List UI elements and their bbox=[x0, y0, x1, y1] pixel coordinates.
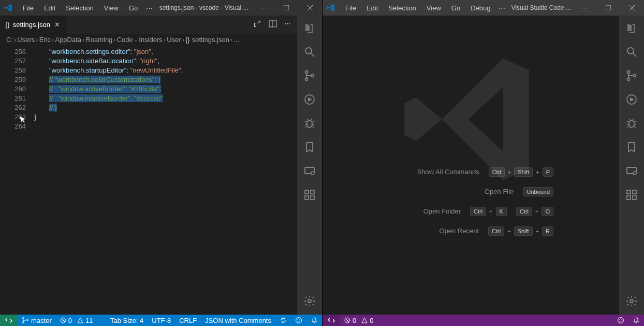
search-icon[interactable] bbox=[624, 45, 639, 59]
crumb[interactable]: Roaming bbox=[85, 36, 112, 44]
menu-edit[interactable]: Edit bbox=[40, 2, 60, 14]
welcome-label: Open Folder bbox=[388, 207, 461, 215]
problems-indicator[interactable]: 00 bbox=[340, 315, 377, 326]
crumb[interactable]: C: bbox=[6, 36, 13, 44]
bookmark-icon[interactable] bbox=[302, 140, 317, 154]
menu-overflow-icon[interactable]: ⋯ bbox=[494, 2, 509, 14]
bug-icon[interactable] bbox=[302, 116, 317, 131]
menu-selection[interactable]: Selection bbox=[62, 2, 97, 14]
welcome-command: Open FolderCtrl+KCtrl+O bbox=[388, 207, 553, 216]
activity-bar bbox=[619, 16, 644, 315]
menu-edit[interactable]: Edit bbox=[362, 2, 382, 14]
svg-rect-16 bbox=[311, 190, 314, 194]
tab-close-icon[interactable]: ✕ bbox=[53, 21, 62, 29]
code-editor[interactable]: · · "workbench.settings.editor": "json",… bbox=[34, 45, 291, 315]
svg-point-44 bbox=[621, 319, 622, 320]
remote-icon[interactable] bbox=[302, 164, 317, 178]
close-button[interactable] bbox=[298, 0, 322, 16]
debug-icon[interactable] bbox=[302, 92, 317, 107]
bell-icon[interactable] bbox=[306, 315, 322, 326]
bell-icon[interactable] bbox=[628, 315, 644, 326]
keycap: Ctrl bbox=[516, 207, 532, 216]
svg-rect-15 bbox=[311, 196, 314, 200]
svg-rect-0 bbox=[260, 8, 265, 8]
svg-point-35 bbox=[633, 172, 636, 175]
sync-icon[interactable] bbox=[275, 315, 291, 326]
git-branch[interactable]: master bbox=[18, 315, 56, 326]
extensions-icon[interactable] bbox=[624, 188, 639, 202]
svg-point-10 bbox=[307, 120, 312, 127]
vscode-logo-icon bbox=[327, 4, 335, 12]
remote-indicator[interactable] bbox=[323, 315, 340, 326]
menu-overflow-icon[interactable]: ⋯ bbox=[142, 2, 157, 14]
eol[interactable]: CRLF bbox=[175, 315, 201, 326]
vscode-watermark-icon bbox=[399, 47, 544, 193]
menu-view[interactable]: View bbox=[100, 2, 123, 14]
gear-icon[interactable] bbox=[624, 294, 639, 308]
gear-icon[interactable] bbox=[302, 294, 317, 308]
minimize-button[interactable] bbox=[251, 0, 274, 16]
menu-view[interactable]: View bbox=[422, 2, 445, 14]
search-icon[interactable] bbox=[302, 45, 317, 59]
svg-point-42 bbox=[618, 318, 624, 323]
keycap: R bbox=[542, 226, 553, 236]
maximize-button[interactable] bbox=[274, 0, 298, 16]
language-mode[interactable]: JSON with Comments bbox=[201, 315, 275, 326]
bug-icon[interactable] bbox=[624, 116, 639, 131]
remote-indicator[interactable] bbox=[0, 315, 18, 326]
menu-file[interactable]: File bbox=[341, 2, 360, 14]
svg-point-8 bbox=[312, 75, 314, 77]
menu-go[interactable]: Go bbox=[125, 2, 142, 14]
keycap: K bbox=[496, 207, 507, 216]
status-bar: 00 bbox=[323, 315, 644, 326]
feedback-icon[interactable] bbox=[613, 315, 628, 326]
tab-size[interactable]: Tab Size: 4 bbox=[106, 315, 148, 326]
svg-point-18 bbox=[23, 318, 24, 319]
svg-point-31 bbox=[634, 75, 636, 77]
menu-go[interactable]: Go bbox=[447, 2, 464, 14]
files-icon[interactable] bbox=[302, 21, 317, 35]
crumb[interactable]: Code - Insiders bbox=[117, 36, 163, 44]
line-gutter: 256257258259260261262263264 bbox=[0, 45, 34, 315]
svg-point-29 bbox=[627, 71, 630, 74]
extensions-icon[interactable] bbox=[302, 188, 317, 202]
problems-indicator[interactable]: 011 bbox=[56, 315, 97, 326]
menu-selection[interactable]: Selection bbox=[384, 2, 420, 14]
minimize-button[interactable] bbox=[573, 0, 596, 16]
maximize-button[interactable] bbox=[596, 0, 620, 16]
encoding[interactable]: UTF-8 bbox=[148, 315, 175, 326]
minimap[interactable] bbox=[291, 45, 297, 315]
feedback-icon[interactable] bbox=[291, 315, 306, 326]
status-bar: master 011 Tab Size: 4 UTF-8 CRLF JSON w… bbox=[0, 315, 322, 326]
menu-debug[interactable]: Debug bbox=[466, 2, 494, 14]
breadcrumb[interactable]: C:›Users›Eric›AppData›Roaming›Code - Ins… bbox=[0, 34, 297, 45]
split-editor-icon[interactable] bbox=[269, 20, 277, 30]
svg-point-12 bbox=[311, 172, 314, 175]
svg-point-33 bbox=[629, 120, 634, 127]
svg-rect-25 bbox=[582, 8, 587, 8]
crumb[interactable]: User bbox=[167, 36, 181, 44]
more-actions-icon[interactable]: ⋯ bbox=[284, 20, 291, 30]
tab-label: settings.json bbox=[13, 21, 50, 29]
tab-settings-json[interactable]: {} settings.json ✕ bbox=[0, 16, 67, 34]
crumb[interactable]: AppData bbox=[55, 36, 81, 44]
svg-line-28 bbox=[633, 53, 636, 56]
source-control-icon[interactable] bbox=[624, 68, 639, 83]
files-icon[interactable] bbox=[624, 21, 639, 35]
keycap: O bbox=[541, 207, 553, 216]
compare-changes-icon[interactable] bbox=[253, 20, 261, 30]
crumb[interactable]: Users bbox=[17, 36, 35, 44]
source-control-icon[interactable] bbox=[302, 68, 317, 83]
close-button[interactable] bbox=[620, 0, 644, 16]
remote-icon[interactable] bbox=[624, 164, 639, 178]
menu-file[interactable]: File bbox=[19, 2, 38, 14]
titlebar: FileEditSelectionViewGo ⋯ settings.json … bbox=[0, 0, 322, 16]
svg-point-6 bbox=[305, 71, 308, 74]
bookmark-icon[interactable] bbox=[624, 140, 639, 154]
debug-icon[interactable] bbox=[624, 92, 639, 107]
svg-line-5 bbox=[311, 53, 314, 56]
crumb[interactable]: {} settings.json bbox=[185, 36, 229, 44]
crumb[interactable]: Eric bbox=[39, 36, 51, 44]
svg-rect-39 bbox=[633, 190, 636, 194]
window-title: settings.json - vscode - Visual ... bbox=[157, 4, 251, 11]
